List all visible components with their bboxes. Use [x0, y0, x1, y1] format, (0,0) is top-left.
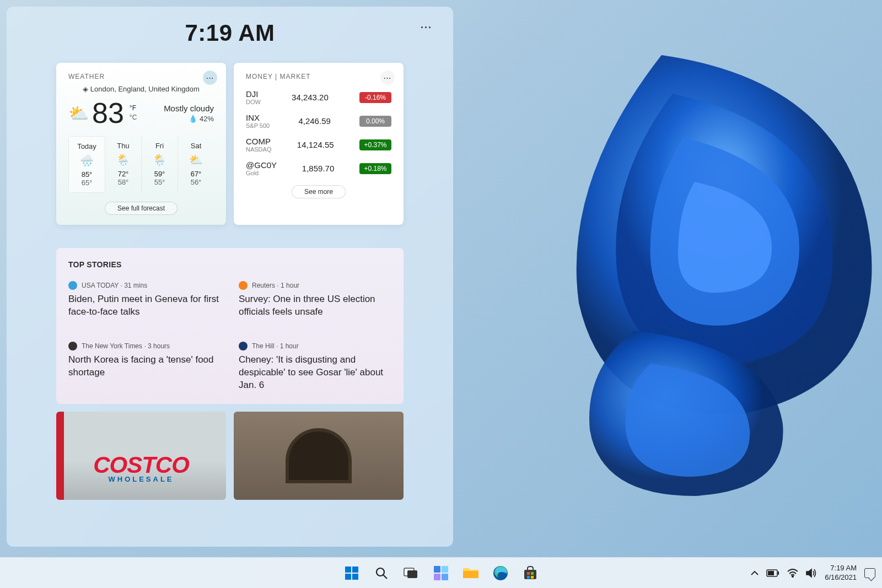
- stock-ticker: COMP: [246, 137, 271, 146]
- money-widget[interactable]: MONEY | MARKET ··· DJIDOW 34,243.20 -0.1…: [234, 63, 404, 225]
- stock-price: 14,124.55: [297, 140, 334, 149]
- day-low: 58°: [105, 178, 141, 186]
- news-story[interactable]: The Hill · 1 hour Cheney: 'It is disgust…: [239, 342, 391, 392]
- stock-name: S&P 500: [246, 122, 270, 129]
- day-label: Sat: [178, 142, 214, 150]
- stock-row[interactable]: @GC0YGold 1,859.70 +0.18%: [246, 160, 391, 176]
- stock-price: 1,859.70: [302, 164, 334, 173]
- story-source: USA TODAY · 31 mins: [82, 282, 147, 289]
- svg-line-5: [384, 575, 388, 579]
- taskbar-center: [339, 560, 543, 586]
- svg-rect-15: [531, 572, 534, 575]
- forecast-day[interactable]: Today 🌧️ 85° 65°: [68, 136, 105, 193]
- stock-name: NASDAQ: [246, 146, 271, 153]
- news-card-image[interactable]: [234, 412, 404, 500]
- day-label: Fri: [142, 142, 178, 150]
- panel-clock: 7:19 AM: [20, 20, 440, 46]
- edge-button[interactable]: [488, 560, 513, 586]
- stock-change: +0.37%: [359, 139, 391, 150]
- story-headline: Survey: One in three US election officia…: [239, 293, 391, 319]
- weather-more-button[interactable]: ···: [203, 71, 217, 85]
- svg-rect-10: [434, 574, 440, 580]
- story-headline: Biden, Putin meet in Geneva for first fa…: [68, 293, 221, 319]
- story-source: The New York Times · 3 hours: [82, 342, 170, 350]
- stock-ticker: DJI: [246, 89, 261, 99]
- store-button[interactable]: [518, 560, 543, 586]
- wallpaper-bloom: [386, 28, 882, 524]
- taskbar-time: 7:19 AM: [825, 564, 857, 573]
- notifications-icon[interactable]: [864, 568, 875, 578]
- see-full-forecast-button[interactable]: See full forecast: [105, 202, 178, 215]
- stock-ticker: INX: [246, 113, 270, 122]
- top-stories-widget[interactable]: TOP STORIES USA TODAY · 31 mins Biden, P…: [56, 248, 404, 404]
- wifi-icon[interactable]: [787, 569, 798, 578]
- taskbar-tray: 7:19 AM 6/16/2021: [751, 558, 875, 588]
- svg-rect-17: [531, 576, 534, 579]
- svg-point-21: [792, 575, 793, 576]
- svg-rect-20: [778, 571, 779, 575]
- svg-point-4: [377, 568, 384, 576]
- day-weather-icon: ⛅: [178, 153, 214, 166]
- svg-rect-1: [352, 567, 358, 573]
- story-source: Reuters · 1 hour: [252, 282, 299, 289]
- day-low: 55°: [142, 178, 178, 186]
- forecast-day[interactable]: Thu 🌦️ 72° 58°: [105, 136, 142, 193]
- publisher-icon: [68, 281, 77, 290]
- taskbar-clock[interactable]: 7:19 AM 6/16/2021: [825, 564, 857, 582]
- day-high: 72°: [105, 170, 141, 178]
- costco-sub-text: WHOLESALE: [56, 475, 226, 483]
- day-label: Thu: [105, 142, 141, 150]
- news-story[interactable]: USA TODAY · 31 mins Biden, Putin meet in…: [68, 281, 221, 319]
- svg-rect-2: [345, 574, 351, 580]
- money-more-button[interactable]: ···: [380, 71, 395, 85]
- panel-more-button[interactable]: ···: [421, 22, 432, 34]
- tray-overflow-icon[interactable]: [751, 570, 759, 576]
- svg-rect-9: [442, 566, 448, 573]
- story-headline: Cheney: 'It is disgusting and despicable…: [239, 354, 391, 392]
- forecast-day[interactable]: Sat ⛅ 67° 56°: [178, 136, 214, 193]
- svg-rect-7: [407, 570, 417, 578]
- battery-icon[interactable]: [766, 569, 779, 577]
- weather-widget[interactable]: WEATHER ··· ◈ London, England, United Ki…: [56, 63, 226, 225]
- day-high: 67°: [178, 170, 214, 178]
- file-explorer-button[interactable]: [458, 560, 483, 586]
- stock-name: DOW: [246, 99, 261, 105]
- search-button[interactable]: [369, 560, 394, 586]
- stock-row[interactable]: DJIDOW 34,243.20 -0.16%: [246, 89, 391, 105]
- start-button[interactable]: [339, 560, 364, 586]
- svg-rect-3: [352, 574, 358, 580]
- stock-price: 4,246.59: [298, 116, 330, 126]
- weather-condition: Mostly cloudy: [164, 104, 214, 113]
- stock-price: 34,243.20: [292, 93, 329, 102]
- news-card-image[interactable]: COSTCO WHOLESALE: [56, 412, 226, 500]
- publisher-icon: [68, 342, 77, 350]
- news-story[interactable]: The New York Times · 3 hours North Korea…: [68, 342, 221, 392]
- taskbar: 7:19 AM 6/16/2021: [0, 557, 882, 588]
- stock-change: -0.16%: [359, 92, 391, 103]
- weather-units[interactable]: °F °C: [130, 104, 137, 122]
- svg-rect-8: [434, 566, 440, 573]
- taskbar-date: 6/16/2021: [825, 573, 857, 582]
- widgets-button[interactable]: [428, 560, 454, 586]
- weather-title: WEATHER: [68, 73, 214, 80]
- svg-rect-19: [768, 571, 774, 575]
- story-source: The Hill · 1 hour: [252, 342, 299, 350]
- task-view-button[interactable]: [399, 560, 424, 586]
- news-image-placeholder: [286, 428, 352, 483]
- day-weather-icon: 🌦️: [142, 153, 178, 166]
- forecast-day[interactable]: Fri 🌦️ 59° 55°: [142, 136, 178, 193]
- svg-rect-16: [527, 576, 530, 579]
- day-low: 56°: [178, 178, 214, 186]
- stock-row[interactable]: INXS&P 500 4,246.59 0.00%: [246, 113, 391, 129]
- weather-temp: 83: [92, 96, 124, 130]
- volume-icon[interactable]: [806, 568, 817, 578]
- svg-rect-11: [442, 574, 448, 580]
- stock-change: 0.00%: [359, 116, 391, 127]
- weather-humidity: 💧 42%: [164, 115, 214, 123]
- svg-rect-13: [524, 570, 536, 579]
- top-stories-title: TOP STORIES: [68, 260, 391, 269]
- see-more-stocks-button[interactable]: See more: [292, 185, 346, 198]
- news-story[interactable]: Reuters · 1 hour Survey: One in three US…: [239, 281, 391, 319]
- stock-row[interactable]: COMPNASDAQ 14,124.55 +0.37%: [246, 137, 391, 153]
- stock-ticker: @GC0Y: [246, 160, 277, 170]
